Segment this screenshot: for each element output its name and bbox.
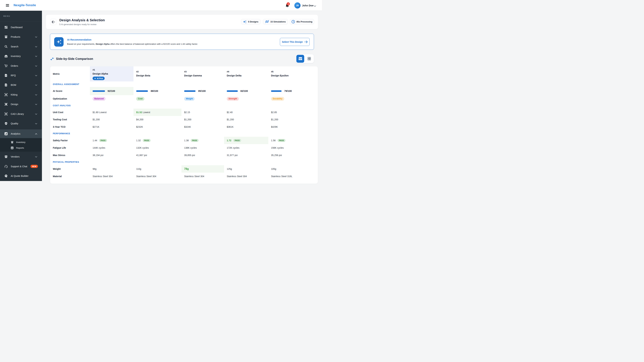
svg-text:$: $ (6, 75, 6, 76)
